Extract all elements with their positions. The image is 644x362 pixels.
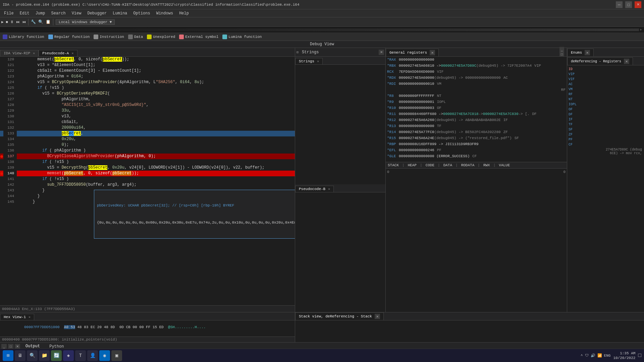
close-dereferencing-tab[interactable]: ✕ [624,59,629,64]
menu-item-view[interactable]: View [69,10,84,16]
taskbar-clock[interactable]: 1:35 AM 10/20/2022 [613,351,635,360]
taskbar-file-explorer[interactable]: 🖥 [15,350,25,361]
taskbar-app[interactable]: ▣ [111,350,122,361]
menu-item-debugger[interactable]: Debugger [85,10,109,16]
reg-r13: *R13 0000000000000000 TF [386,123,567,129]
tab-ida-view-rip[interactable]: IDA View-RIP ✕ [0,50,39,56]
taskbar-notification-bell[interactable]: □ [638,353,641,359]
maximize-button[interactable]: □ [625,1,632,8]
stack-nav-code[interactable]: CODE [426,163,434,167]
code-text-120: memset(pbSecret, 0, sizeof(pbSecret)); [17,57,295,62]
breakpoint-123 [0,74,3,79]
close-enums-tab[interactable]: ✕ [585,50,590,55]
legend-regular-dot [48,35,53,39]
tab-dereferencing-registers[interactable]: deReferencing - Registers ✕ [567,57,633,65]
legend-instruction: Instruction [94,35,124,39]
reg-rdi: *RDI 0000000000000010 VM [386,81,567,87]
line-num-138: 138 [3,159,17,165]
line-num-129: 129 [3,108,17,114]
hex-content: 00007FF7DDD51000 A0 53 48 83 EC 20 48 8D… [0,320,295,337]
reg-r11: *R11 000000084460FF680 -> 00000274E5A7C0… [386,111,567,117]
code-line-134: 134 0x20u, [0,136,295,142]
taskbar-lang[interactable]: ENG [604,354,611,358]
stack-nav-heap[interactable]: HEAP [408,163,417,167]
close-button[interactable]: ✕ [635,1,641,8]
breakpoint-130 [0,114,3,119]
debugger-select[interactable]: Local Windows debugger ▼ [56,19,115,25]
breakpoint-121 [0,62,3,68]
minimize-btn[interactable]: _ [559,47,564,52]
code-text-139: v15 = DecryptShg(pbSecret, 0x20u, v24[0]… [17,165,295,171]
tab-pseudocode-a[interactable]: Pseudocode-A ✕ [39,50,77,56]
menu-item-help[interactable]: Help [176,10,192,16]
taskbar-search[interactable]: 🔍 [27,350,38,361]
menu-bar: FileEditJumpSearchViewDebuggerLuminaOpti… [0,9,644,17]
taskbar-refresh[interactable]: 🔄 [51,350,62,361]
tab-general-registers[interactable]: General registers ✕ [386,49,439,56]
structures-close-btn[interactable]: ✕ [379,50,384,55]
tab-hex-view[interactable]: Hex View-1 ✕ [0,314,34,320]
reg-gle: *GLE 0000000000000000 (ERROR_SUCCESS) CF [386,153,567,159]
enums-panel: Enums ✕ deReferencing - Registers ✕ ID V… [567,48,644,312]
code-line-142: 142 sub_7FF7DDD58050(buffer, arg3, arg4)… [0,182,295,188]
taskbar-volume-icon[interactable]: 🔊 [591,353,595,358]
taskbar-vscode[interactable]: ◉ [99,350,110,361]
code-text-140: memset(pbSecret, 0, sizeof(pbSecret)); [17,171,295,176]
start-button[interactable]: ⊞ [3,350,13,361]
code-text-130: v13, [17,114,295,119]
close-stack-tab[interactable]: ✕ [375,314,380,319]
tooltip-line2: {0u,0u,0u,0u,0u,0u,0u,0x60u,0x20u,0x30u,… [97,220,295,226]
panel-right-controls: _ □ [559,47,567,56]
tab-pseudocode-b[interactable]: Pseudocode-B ✕ [295,186,334,192]
reg-rf: RF [386,87,567,93]
stack-nav-value[interactable]: VALUE [499,163,510,167]
line-num-133: 133 [3,131,17,136]
menu-item-search[interactable]: Search [48,10,68,16]
strings-tab-bar: Strings ✕ [295,57,385,65]
stack-nav-data[interactable]: DATA [443,163,452,167]
code-line-124: 124 v15 = BCryptOpenAlgorithmProvider(&p… [0,79,295,85]
breakpoint-145 [0,199,3,205]
close-strings-tab[interactable]: ✕ [317,59,319,63]
line-num-121: 121 [3,62,17,68]
taskbar-user[interactable]: 👤 [87,350,98,361]
scroll-bar-indicator: 274E5A7D89C (debug 6CE) -> mov rcx, [569,147,643,156]
line-num-145: 145 [3,199,17,205]
menu-item-windows[interactable]: Windows [154,10,176,16]
taskbar-up-arrow[interactable]: ^ [581,354,583,358]
menu-item-lumina[interactable]: Lumina [110,10,130,16]
close-pseudocode-a-tab[interactable]: ✕ [71,51,73,55]
menu-item-edit[interactable]: Edit [17,10,32,16]
code-line-121: 121 v13 = *&ElementCount[1]; [0,62,295,68]
close-hex-tab[interactable]: ✕ [29,315,31,319]
legend-regular-label: Regular function [54,35,90,39]
breakpoint-141 [0,176,3,182]
close-general-reg-tab[interactable]: ✕ [430,50,435,55]
tab-enums[interactable]: Enums ✕ [567,49,594,56]
stack-nav-stack[interactable]: STACK [388,163,399,167]
toolbar-debug-icon[interactable]: ▶ ■ ⏸ ⏭ ⏮ [1,20,26,24]
maximize-btn[interactable]: □ [559,52,564,56]
breakpoint-144 [0,193,3,199]
taskbar-t[interactable]: T [75,350,86,361]
stack-nav-rodata[interactable]: RODATA [461,163,475,167]
menu-item-options[interactable]: Options [130,10,153,16]
breakpoint-128 [0,102,3,108]
taskbar-folder[interactable]: 📁 [39,350,50,361]
taskbar-ida[interactable]: ◈ [63,350,74,361]
close-ida-view-tab[interactable]: ✕ [33,51,35,55]
code-line-133: 133 pbSecret, [0,131,295,136]
stack-nav-rwx[interactable]: RWX [483,163,490,167]
registers-content: *RAX 0000000000000000 *RBX 00000274E5A66… [386,57,567,312]
line-num-132: 132 [3,125,17,131]
breakpoint-129 [0,108,3,114]
menu-item-file[interactable]: File [1,10,16,16]
minimize-button[interactable]: ─ [616,1,623,8]
menu-item-jump[interactable]: Jump [33,10,48,16]
close-pseudocode-b-tab[interactable]: ✕ [328,187,330,191]
line-num-136: 136 [3,148,17,154]
line-num-127: 127 [3,97,17,102]
tab-strings[interactable]: Strings ✕ [295,58,323,64]
code-content[interactable]: 120 memset(pbSecret, 0, sizeof(pbSecret)… [0,57,295,305]
tab-stack-view[interactable]: Stack view, deReferencing - Stack ✕ [295,312,384,320]
